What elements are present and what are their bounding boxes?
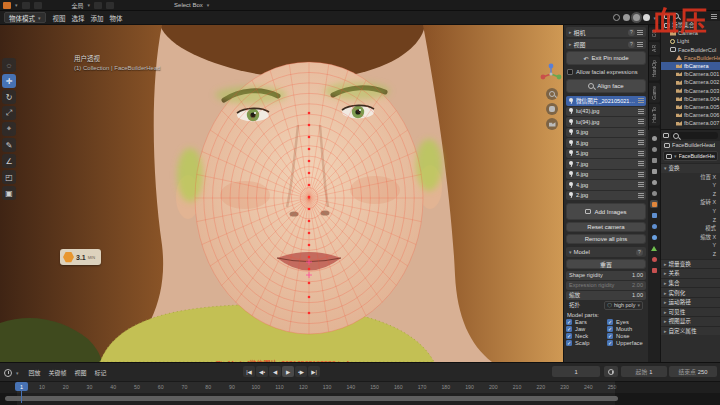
scene-tab[interactable] [650, 178, 658, 186]
part-checkbox-nose[interactable]: ✓Nose [607, 333, 646, 339]
outliner-row[interactable]: FaceBuilderCol [661, 46, 720, 54]
outliner-row[interactable]: fbCamera.003 [661, 87, 720, 95]
image-list-item[interactable]: lu(94).jpg [566, 117, 646, 127]
image-list-item[interactable]: 4.jpg [566, 180, 646, 190]
image-list-item[interactable]: 8.jpg [566, 138, 646, 148]
wireframe-shading-icon[interactable] [613, 14, 620, 21]
tab-game[interactable]: Game [649, 83, 660, 103]
item-menu-icon[interactable] [638, 193, 644, 198]
transform-section[interactable]: ▾变换 [661, 163, 720, 173]
section-集合[interactable]: ▸集合 [661, 278, 720, 288]
section-实例化[interactable]: ▸实例化 [661, 287, 720, 297]
render-tab[interactable] [650, 145, 658, 153]
slider-expression-rigidity[interactable]: Expression rigidity2.00 [566, 281, 646, 290]
image-list-item[interactable]: 2.jpg [566, 191, 646, 201]
timeline-scrollbar[interactable] [5, 396, 618, 401]
use-preview-range-toggle[interactable] [604, 366, 618, 377]
object-name-field[interactable]: ▾ FaceBuilderHead [663, 151, 718, 161]
play-button[interactable]: ▶ [282, 366, 294, 377]
model-reset-button[interactable]: 重置 [566, 259, 646, 269]
timeline-ruler[interactable]: 1020304050607080901001101201301401501601… [0, 381, 720, 393]
item-menu-icon[interactable] [638, 119, 644, 124]
play-reverse-button[interactable]: ◀ [269, 366, 281, 377]
item-menu-icon[interactable] [638, 109, 644, 114]
annotate-tool[interactable]: ✎ [2, 138, 16, 152]
output-tab[interactable] [650, 156, 658, 164]
transform-tool[interactable]: ⌖ [2, 122, 16, 136]
orientation-dropdown[interactable]: 全局 [72, 1, 84, 10]
viewport-3d[interactable]: 用户透视 (1) Collection | FaceBuilderHead ◌✛… [0, 25, 565, 362]
transform-row-位置X[interactable]: 位置 X [661, 173, 720, 182]
part-checkbox-neck[interactable]: ✓Neck [566, 333, 605, 339]
tweak-icon[interactable] [22, 2, 30, 9]
outliner-row[interactable]: fbCamera.007 [661, 119, 720, 127]
delta-transform-section[interactable]: ▸增量变换 [661, 259, 720, 269]
active-tool-label[interactable]: Select Box [174, 2, 203, 8]
data-tab[interactable] [650, 244, 658, 252]
section-可见性[interactable]: ▸可见性 [661, 307, 720, 317]
camera-view-icon[interactable] [546, 118, 558, 130]
view-section[interactable]: ▸视图? [566, 39, 646, 49]
timeline-editor-icon[interactable] [4, 369, 12, 377]
transform-row-Y[interactable]: Y [661, 181, 720, 190]
timeline-menu-关键帧[interactable]: 关键帧 [49, 368, 67, 377]
texture-tab[interactable] [650, 266, 658, 274]
jump-start-button[interactable]: |◀ [243, 366, 255, 377]
material-tab[interactable] [650, 255, 658, 263]
camera-section[interactable]: ▸相机? [566, 27, 646, 37]
cursor-tool[interactable]: ◌ [2, 58, 16, 72]
reset-camera-button[interactable]: Reset camera [566, 222, 646, 232]
slider-shape-rigidity[interactable]: Shape rigidity1.00 [566, 271, 646, 280]
model-section[interactable]: ▾Model? [566, 247, 646, 257]
image-list-item[interactable]: 9.jpg [566, 128, 646, 138]
rendered-shading-icon[interactable] [643, 14, 650, 21]
section-运动路径[interactable]: ▸运动路径 [661, 297, 720, 307]
part-checkbox-jaw[interactable]: ✓Jaw [566, 326, 605, 332]
image-list-item[interactable]: 7.jpg [566, 159, 646, 169]
tab-hair-to[interactable]: Hair To [649, 104, 660, 126]
frame-end-field[interactable]: 结束点250 [669, 366, 717, 377]
remove-all-pins-button[interactable]: Remove all pins [566, 234, 646, 244]
search-input[interactable] [671, 132, 718, 139]
transform-row-Z[interactable]: Z [661, 190, 720, 199]
outliner-row[interactable]: fbCamera [661, 62, 720, 70]
image-list-item[interactable]: lu(43).jpg [566, 107, 646, 117]
snap-magnet-icon[interactable] [94, 2, 102, 9]
cursor-icon[interactable] [34, 2, 42, 9]
section-自定义属性[interactable]: ▸自定义属性 [661, 326, 720, 336]
transform-row-缩放X[interactable]: 缩放 X [661, 233, 720, 242]
timeline-menu-回放[interactable]: 回放 [29, 368, 41, 377]
outliner-row[interactable]: fbCamera.006 [661, 111, 720, 119]
menu-视图[interactable]: 视图 [50, 13, 69, 23]
part-checkbox-ears[interactable]: ✓Ears [566, 319, 605, 325]
transform-row-Z[interactable]: Z [661, 216, 720, 225]
current-frame-field[interactable]: 1 [552, 366, 600, 377]
outliner-row[interactable]: fbCamera.004 [661, 95, 720, 103]
menu-物体[interactable]: 物体 [107, 13, 126, 23]
transform-row-Y[interactable]: Y [661, 241, 720, 250]
part-checkbox-mouth[interactable]: ✓Mouth [607, 326, 646, 332]
part-checkbox-eyes[interactable]: ✓Eyes [607, 319, 646, 325]
item-menu-icon[interactable] [638, 182, 644, 187]
physics-tab[interactable] [650, 233, 658, 241]
outliner-row[interactable]: FaceBuilderHead [661, 54, 720, 62]
exit-pin-mode-button[interactable]: ↶ Exit Pin mode [566, 51, 646, 65]
blender-logo-icon[interactable] [3, 2, 11, 9]
section-关系[interactable]: ▸关系 [661, 268, 720, 278]
menu-添加[interactable]: 添加 [88, 13, 107, 23]
item-menu-icon[interactable] [638, 98, 644, 103]
item-menu-icon[interactable] [638, 161, 644, 166]
transform-row-模式[interactable]: 模式 [661, 224, 720, 233]
scale-tool[interactable]: ⤢ [2, 106, 16, 120]
transform-row-Y[interactable]: Y [661, 207, 720, 216]
add-images-button[interactable]: Add Images [566, 203, 646, 220]
part-checkbox-upperface[interactable]: ✓Upperface [607, 340, 646, 346]
playhead[interactable]: 1 [15, 382, 28, 391]
transform-row-Z[interactable]: Z [661, 250, 720, 259]
move-tool[interactable]: ✛ [2, 74, 16, 88]
add-tool[interactable]: ▣ [2, 186, 16, 200]
item-menu-icon[interactable] [638, 130, 644, 135]
section-视图显示[interactable]: ▸视图显示 [661, 316, 720, 326]
navigation-gizmo[interactable] [540, 63, 562, 85]
world-tab[interactable] [650, 189, 658, 197]
